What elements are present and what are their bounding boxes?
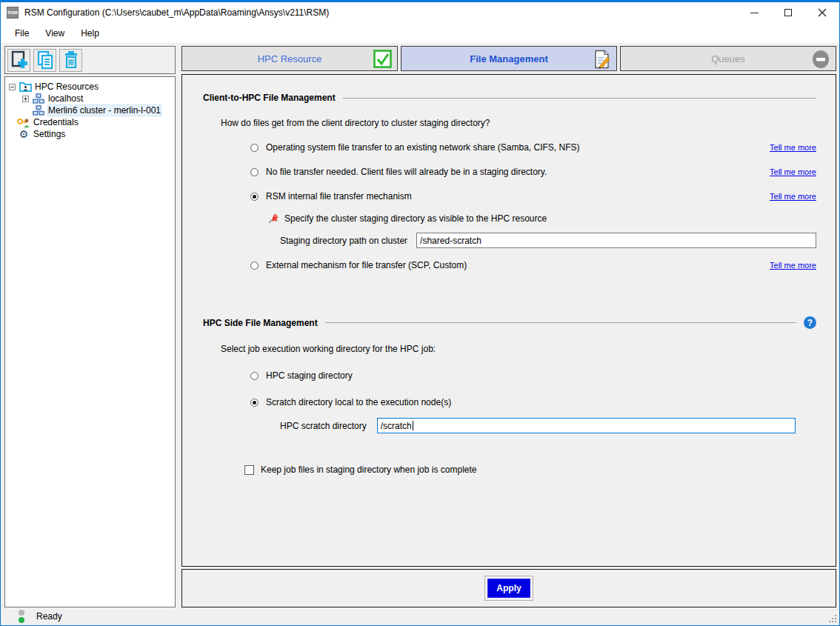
tree-item-label: Merlin6 cluster - merlin-l-001	[48, 105, 161, 116]
delete-icon	[62, 50, 80, 70]
radio-no-transfer[interactable]	[250, 168, 259, 176]
apply-button[interactable]: Apply	[487, 579, 530, 598]
staging-directory-input[interactable]: /shared-scratch	[416, 233, 816, 248]
tree-item-hpc-resources[interactable]: HPC Resources	[7, 81, 173, 93]
option-label: Scratch directory local to the execution…	[266, 397, 451, 407]
hpc-resources-folder-icon	[19, 81, 32, 93]
expand-icon[interactable]	[22, 96, 29, 102]
client-question: How do files get from the client directo…	[221, 118, 816, 128]
option-scratch-local: Scratch directory local to the execution…	[250, 397, 816, 407]
radio-rsm-internal[interactable]	[250, 193, 259, 201]
tree-item-label: Settings	[33, 129, 65, 139]
app-icon: RSM	[7, 7, 19, 19]
keep-files-row: Keep job files in staging directory when…	[244, 464, 816, 475]
action-bar: Apply	[181, 569, 836, 607]
close-button[interactable]	[805, 2, 839, 23]
collapse-icon[interactable]	[9, 84, 16, 90]
tab-label: Queues	[711, 53, 745, 64]
option-label: RSM internal file transfer mechanism	[266, 191, 412, 202]
copy-icon	[36, 50, 54, 70]
tab-queues[interactable]: Queues	[620, 46, 836, 71]
option-label: Operating system file transfer to an exi…	[266, 142, 580, 153]
maximize-button[interactable]	[771, 2, 805, 23]
tell-me-more-link[interactable]: Tell me more	[770, 261, 816, 270]
add-icon	[10, 50, 28, 70]
staging-directory-value: /shared-scratch	[420, 236, 481, 246]
tab-label: HPC Resource	[258, 53, 322, 64]
cluster-icon	[32, 93, 45, 104]
staging-directory-row: Staging directory path on cluster /share…	[280, 233, 816, 248]
option-os-file-transfer: Operating system file transfer to an exi…	[250, 142, 816, 153]
cluster-icon	[32, 105, 45, 116]
status-indicator-icon	[19, 610, 24, 623]
window-controls	[737, 2, 839, 23]
menu-bar: File View Help	[1, 23, 839, 43]
status-text: Ready	[36, 611, 62, 622]
scratch-directory-row: HPC scratch directory /scratch	[280, 418, 796, 433]
minimize-button[interactable]	[737, 2, 771, 23]
add-resource-button[interactable]	[7, 49, 30, 72]
menu-view[interactable]: View	[37, 25, 73, 41]
minus-circle-icon	[811, 50, 830, 71]
edit-document-icon	[593, 50, 611, 71]
radio-external-mechanism[interactable]	[250, 262, 259, 270]
title-bar: RSM RSM Configuration (C:\Users\caubet_m…	[1, 2, 839, 23]
option-rsm-internal: RSM internal file transfer mechanism Tel…	[250, 191, 816, 202]
tell-me-more-link[interactable]: Tell me more	[770, 192, 816, 201]
status-dot-idle	[19, 610, 24, 616]
tree-item-credentials[interactable]: Credentials	[7, 116, 173, 128]
section-rule	[343, 98, 816, 99]
resource-tree: HPC Resources localhost	[4, 76, 176, 607]
option-label: HPC staging directory	[266, 370, 353, 381]
tree-item-settings[interactable]: ⚙ Settings	[7, 128, 173, 140]
scratch-directory-value: /scratch	[381, 421, 412, 431]
tab-bar: HPC Resource File Management	[181, 46, 836, 71]
option-external-mechanism: External mechanism for file transfer (SC…	[250, 260, 816, 270]
keep-files-checkbox[interactable]	[244, 465, 254, 475]
option-no-transfer: No file transfer needed. Client files wi…	[250, 167, 816, 177]
file-management-panel: Client-to-HPC File Management How do fil…	[181, 74, 836, 567]
hpc-section-header: HPC Side File Management ?	[203, 316, 816, 329]
right-panel: HPC Resource File Management	[181, 46, 836, 607]
status-dot-ready	[19, 617, 24, 623]
resize-grip[interactable]	[835, 621, 836, 622]
radio-hpc-staging[interactable]	[250, 372, 259, 380]
radio-scratch-local[interactable]	[250, 399, 259, 407]
left-panel: HPC Resources localhost	[4, 46, 176, 607]
section-title: Client-to-HPC File Management	[203, 93, 336, 103]
pushpin-icon	[268, 213, 279, 224]
app-window: RSM RSM Configuration (C:\Users\caubet_m…	[0, 0, 840, 626]
tab-file-management[interactable]: File Management	[401, 46, 617, 71]
radio-os-file-transfer[interactable]	[250, 144, 259, 152]
main-area: HPC Resources localhost	[1, 43, 839, 607]
close-icon	[818, 8, 827, 17]
tree-item-merlin6-cluster[interactable]: Merlin6 cluster - merlin-l-001	[7, 104, 173, 116]
tab-label: File Management	[470, 53, 547, 64]
staging-pin-note: Specify the cluster staging directory as…	[268, 213, 816, 224]
menu-help[interactable]: Help	[73, 25, 107, 41]
scratch-directory-label: HPC scratch directory	[280, 421, 367, 431]
option-label: No file transfer needed. Client files wi…	[266, 167, 547, 177]
minimize-icon	[750, 13, 759, 13]
apply-button-frame: Apply	[484, 576, 533, 601]
tell-me-more-link[interactable]: Tell me more	[770, 143, 816, 152]
tree-item-label: Credentials	[33, 117, 79, 127]
text-caret	[413, 421, 413, 430]
hpc-question: Select job execution working directory f…	[221, 344, 816, 354]
copy-resource-button[interactable]	[33, 49, 56, 72]
section-rule	[325, 322, 796, 323]
status-bar: Ready	[1, 607, 839, 625]
delete-resource-button[interactable]	[59, 49, 82, 72]
section-title: HPC Side File Management	[203, 318, 318, 328]
tree-item-localhost[interactable]: localhost	[7, 93, 173, 104]
staging-directory-label: Staging directory path on cluster	[280, 236, 407, 246]
window-title: RSM Configuration (C:\Users\caubet_m\App…	[24, 7, 329, 18]
hpc-scratch-directory-input[interactable]: /scratch	[377, 418, 796, 433]
checkmark-icon	[373, 50, 392, 70]
help-icon[interactable]: ?	[804, 316, 816, 329]
tab-hpc-resource[interactable]: HPC Resource	[181, 46, 398, 71]
menu-file[interactable]: File	[7, 25, 37, 41]
tree-item-label: HPC Resources	[35, 81, 99, 92]
tell-me-more-link[interactable]: Tell me more	[770, 167, 816, 176]
client-section-header: Client-to-HPC File Management	[203, 93, 816, 103]
